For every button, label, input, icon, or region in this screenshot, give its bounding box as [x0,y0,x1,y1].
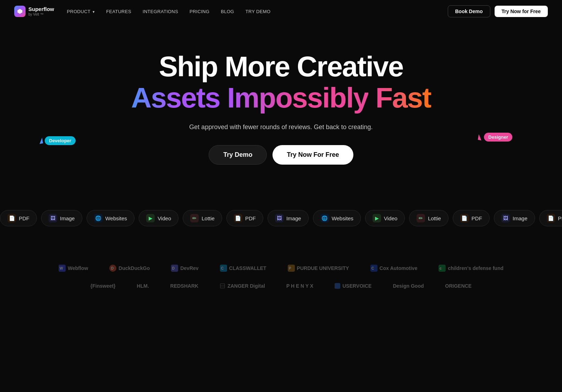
logo-uservoice: USERVOICE [335,283,371,289]
cursor-pink-icon [478,134,483,140]
svg-marker-0 [17,9,22,14]
hero-title-line1: Ship More Creative [14,51,548,82]
websites-icon: 🌐 [94,214,103,222]
svg-text:W: W [60,266,63,270]
try-now-free-nav-button[interactable]: Try Now for Free [495,6,548,17]
websites-icon-2: 🌐 [320,214,329,222]
logo-duckduckgo: D DuckDuckGo [109,265,150,272]
logo-phenyx: P H E N Y X [286,283,313,289]
image-icon: 🖼 [49,214,57,222]
nav-item-integrations[interactable]: INTEGRATIONS [143,9,178,14]
tag-lottie-2: ✏ Lottie [409,210,448,226]
video-icon: ▶ [146,214,155,222]
logo-devrev: D DevRev [171,265,198,272]
tag-image-3: 🖼 Image [494,210,535,226]
hero-word-fast: Fast [375,82,431,114]
hero-section: Developer Designer Ship More Creative As… [0,23,562,207]
logo-zanger: ZANGER Digital [220,283,265,289]
book-demo-button[interactable]: Book Demo [448,5,490,17]
nav-item-product[interactable]: PRODUCT [67,9,95,14]
designer-badge-area: Designer [478,133,512,142]
developer-badge-area: Developer [39,136,76,145]
tag-image-2: 🖼 Image [268,210,309,226]
nav-right: Book Demo Try Now for Free [448,5,548,17]
logo-redshark: REDSHARK [170,283,198,289]
hero-word-assets: Assets [131,82,220,114]
tag-pdf-1: 📄 PDF [226,210,263,226]
logo-finsweet: {Finsweet} [90,283,116,289]
nav-link-features[interactable]: FEATURES [106,9,131,14]
nav-item-blog[interactable]: BLOG [221,9,234,14]
logo-hlm: HLM. [137,283,149,289]
logos-row-1: W Webflow D DuckDuckGo D DevRev C CLASSW… [28,265,534,272]
developer-badge: Developer [45,136,76,145]
tags-row: 📄 PDF 🖼 Image 🌐 Websites ▶ Video ✏ Lotti… [0,207,562,229]
logo-classwallet: C CLASSWALLET [220,265,266,272]
nav-link-product[interactable]: PRODUCT [67,9,95,14]
nav-links: PRODUCT FEATURES INTEGRATIONS PRICING [67,9,271,14]
nav-link-try-demo[interactable]: TRY DEMO [246,9,271,14]
tag-video-1: ▶ Video [139,210,178,226]
logo-webflow: W Webflow [59,265,88,272]
hero-buttons: Try Demo Try Now For Free [14,145,548,165]
nav-link-pricing[interactable]: PRICING [189,9,209,14]
hero-word-impossibly: Impossibly [227,82,368,114]
lottie-icon-2: ✏ [417,214,425,222]
svg-text:C: C [221,266,224,270]
lottie-icon: ✏ [190,214,199,222]
tag-lottie-1: ✏ Lottie [183,210,222,226]
nav-item-features[interactable]: FEATURES [106,9,131,14]
tag-pdf-d0: 📄 PDF [539,210,562,226]
navbar: Superflow by Velt ™ PRODUCT FEATURES INT… [0,0,562,23]
nav-link-integrations[interactable]: INTEGRATIONS [143,9,178,14]
logo-icon [14,6,26,17]
nav-link-blog[interactable]: BLOG [221,9,234,14]
cursor-blue-icon [39,138,43,144]
tag-pdf-0: 📄 PDF [0,210,37,226]
logo-origence: ORIGENCE [445,283,472,289]
nav-left: Superflow by Velt ™ PRODUCT FEATURES INT… [14,6,270,17]
logo-design-good: Design Good [393,283,424,289]
try-demo-button[interactable]: Try Demo [209,145,267,165]
svg-text:P: P [289,266,291,270]
hero-title-line2: Assets Impossibly Fast [14,82,548,114]
nav-item-try-demo[interactable]: TRY DEMO [246,9,271,14]
tag-video-2: ▶ Video [365,210,405,226]
pdf-icon-d: 📄 [547,214,555,222]
tag-pdf-2: 📄 PDF [453,210,490,226]
image-icon-2: 🖼 [275,214,283,222]
logos-section: W Webflow D DuckDuckGo D DevRev C CLASSW… [0,250,562,314]
logos-row-2: {Finsweet} HLM. REDSHARK ZANGER Digital … [28,283,534,289]
tags-track: 📄 PDF 🖼 Image 🌐 Websites ▶ Video ✏ Lotti… [0,210,562,226]
designer-badge: Designer [484,133,512,142]
logo-cox: C Cox Automotive [370,265,418,272]
tag-websites-2: 🌐 Websites [313,210,361,226]
tag-websites-1: 🌐 Websites [87,210,134,226]
svg-text:C: C [371,266,374,270]
logo-purdue: P PURDUE UNIVERSITY [288,265,349,272]
try-now-free-hero-button[interactable]: Try Now For Free [272,145,353,165]
brand-name: Superflow [28,6,54,12]
pdf-icon: 📄 [7,214,16,222]
chevron-down-icon [92,9,95,14]
pdf-icon-3: 📄 [460,214,469,222]
brand-sub: by Velt ™ [28,12,54,16]
svg-rect-15 [335,283,340,289]
svg-text:c: c [440,266,442,270]
logo-area[interactable]: Superflow by Velt ™ [14,6,54,17]
tag-image-1: 🖼 Image [41,210,82,226]
nav-item-pricing[interactable]: PRICING [189,9,209,14]
hero-subtitle: Get approved with fewer rounds of review… [14,123,548,131]
video-icon-2: ▶ [373,214,381,222]
svg-text:D: D [111,266,114,270]
pdf-icon-2: 📄 [234,214,242,222]
image-icon-3: 🖼 [501,214,510,222]
logo-text: Superflow by Velt ™ [28,6,54,16]
logo-cdf: c children's defense fund [439,265,503,272]
svg-text:D: D [172,266,175,270]
